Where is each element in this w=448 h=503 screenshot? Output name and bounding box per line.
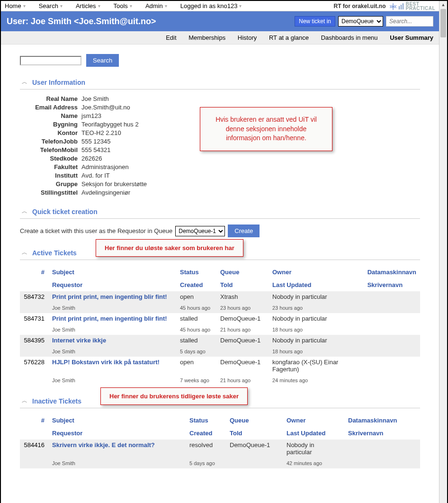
- col-datamaskin[interactable]: Datamaskinnavn: [364, 266, 420, 278]
- info-row: GruppeSeksjon for brukerstøtte: [29, 180, 420, 188]
- ticket-subject-link[interactable]: Print print print, men ingenting blir fi…: [52, 293, 167, 300]
- info-label: Kontor: [29, 129, 81, 136]
- ticket-subject-link[interactable]: Print print print, men ingenting blir fi…: [52, 315, 167, 322]
- inactive-tickets-table: # Subject Status Queue Owner Datamaskinn…: [20, 414, 420, 468]
- create-button[interactable]: Create: [228, 225, 260, 237]
- ticket-id[interactable]: 576228: [20, 357, 48, 375]
- col-updated[interactable]: Last Updated: [269, 278, 364, 291]
- user-search-input[interactable]: [20, 56, 81, 65]
- section-title: User Information: [32, 79, 85, 86]
- info-value: 555 54321: [81, 146, 110, 153]
- table-row-detail: Joe Smith 45 hours ago21 hours ago18 hou…: [20, 324, 420, 335]
- col-queue[interactable]: Queue: [226, 414, 283, 427]
- ticket-subject-link[interactable]: Internet virke ikkje: [52, 337, 106, 344]
- info-value: jsm123: [81, 112, 101, 119]
- subnav-rt-glance[interactable]: RT at a glance: [269, 34, 309, 41]
- col-requestor[interactable]: Requestor: [48, 427, 186, 440]
- ticket-subject-link[interactable]: HJLP! Bokstavn virk ikk på tastaturt!: [52, 359, 160, 366]
- ticket-created: 5 days ago: [180, 349, 206, 354]
- info-value: Avdelingsingeniør: [81, 189, 130, 196]
- table-row[interactable]: 584732Print print print, men ingenting b…: [20, 291, 420, 302]
- collapse-icon[interactable]: ︿: [22, 397, 27, 405]
- ticket-id[interactable]: 584731: [20, 313, 48, 324]
- nav-prev-icon[interactable]: »|«: [390, 2, 396, 10]
- table-row[interactable]: 584731Print print print, men ingenting b…: [20, 313, 420, 324]
- ticket-told: 21 hours ago: [220, 377, 251, 383]
- col-subject[interactable]: Subject: [48, 414, 186, 427]
- subnav-dashboards[interactable]: Dashboards in menu: [321, 34, 378, 41]
- col-requestor[interactable]: Requestor: [48, 278, 176, 291]
- col-queue[interactable]: Queue: [216, 266, 269, 278]
- info-value: Administrasjonen: [81, 163, 129, 171]
- search-button[interactable]: Search: [86, 54, 119, 67]
- quick-queue-select[interactable]: DemoQueue-1: [175, 226, 225, 236]
- col-created[interactable]: Created: [186, 427, 226, 440]
- callout-userinfo: Hvis brukeren er ansatt ved UiT vil denn…: [200, 107, 332, 151]
- vertical-scrollbar[interactable]: ▲ ▼: [439, 1, 447, 503]
- subnav-user-summary[interactable]: User Summary: [390, 34, 433, 41]
- scroll-up-icon[interactable]: ▲: [439, 1, 447, 9]
- section-title: Quick ticket creation: [32, 208, 98, 216]
- page-header: User: Joe Smith <Joe.Smith@uit.no> New t…: [1, 11, 439, 31]
- menu-home[interactable]: Home▾: [5, 2, 26, 9]
- ticket-told: 23 hours ago: [220, 305, 251, 311]
- col-created[interactable]: Created: [176, 278, 216, 291]
- col-told[interactable]: Told: [226, 427, 283, 440]
- table-row[interactable]: 584416Skrivern virke ikkje. E det normal…: [20, 440, 420, 458]
- section-title: Active Tickets: [32, 249, 77, 257]
- ticket-id[interactable]: 584732: [20, 291, 48, 302]
- col-subject[interactable]: Subject: [48, 266, 176, 278]
- table-row[interactable]: 576228HJLP! Bokstavn virk ikk på tastatu…: [20, 357, 420, 375]
- callout-active: Her finner du uløste saker som brukeren …: [96, 239, 243, 257]
- queue-select[interactable]: DemoQueue: [338, 16, 383, 27]
- subnav-edit[interactable]: Edit: [166, 34, 176, 41]
- collapse-icon[interactable]: ︿: [22, 249, 27, 257]
- subnav-memberships[interactable]: Memberships: [188, 34, 225, 41]
- ticket-created: 45 hours ago: [180, 327, 210, 332]
- table-row[interactable]: 584395Internet virke ikkjestalledDemoQue…: [20, 335, 420, 346]
- ticket-told: 21 hours ago: [220, 327, 251, 332]
- col-id[interactable]: #: [20, 414, 48, 427]
- col-skriver[interactable]: Skrivernavn: [344, 427, 420, 440]
- ticket-id[interactable]: 584416: [20, 440, 48, 458]
- section-user-info: ︿ User Information Real NameJoe SmithEma…: [20, 76, 420, 196]
- top-search-input[interactable]: [386, 16, 433, 27]
- col-owner[interactable]: Owner: [283, 414, 344, 427]
- menu-search[interactable]: Search▾: [39, 2, 63, 9]
- ticket-subject-link[interactable]: Skrivern virke ikkje. E det normalt?: [52, 441, 155, 449]
- col-owner[interactable]: Owner: [269, 266, 364, 278]
- new-ticket-button[interactable]: New ticket in: [295, 16, 335, 27]
- info-row: FakultetAdministrasjonen: [29, 163, 420, 171]
- info-label: Email Address: [29, 104, 81, 111]
- ticket-requestor: Joe Smith: [52, 460, 75, 466]
- top-menu: Home▾ Search▾ Articles▾ Tools▾ Admin▾ Lo…: [1, 1, 439, 11]
- col-status[interactable]: Status: [186, 414, 226, 427]
- info-value: Seksjon for brukerstøtte: [81, 180, 147, 188]
- col-told[interactable]: Told: [216, 278, 269, 291]
- collapse-icon[interactable]: ︿: [22, 78, 27, 86]
- ticket-id[interactable]: 584395: [20, 335, 48, 346]
- ticket-owner: Nobody in particular: [269, 313, 364, 324]
- col-updated[interactable]: Last Updated: [283, 427, 344, 440]
- bestpractical-logo: BESTPRACTICAL: [399, 2, 435, 10]
- table-row-detail: Joe Smith 45 hours ago23 hours ago23 hou…: [20, 302, 420, 313]
- chevron-down-icon: ▾: [165, 3, 167, 9]
- col-skriver[interactable]: Skrivernavn: [364, 278, 420, 291]
- collapse-icon[interactable]: ︿: [22, 207, 27, 216]
- menu-logged-in[interactable]: Logged in as kno123▾: [180, 2, 242, 9]
- ticket-updated: 18 hours ago: [272, 349, 303, 354]
- menu-articles[interactable]: Articles▾: [76, 2, 100, 9]
- info-label: Stedkode: [29, 155, 81, 162]
- col-status[interactable]: Status: [176, 266, 216, 278]
- info-value: Teorifagbygget hus 2: [81, 121, 139, 128]
- info-label: Gruppe: [29, 180, 81, 188]
- subnav-history[interactable]: History: [238, 34, 257, 41]
- menu-admin[interactable]: Admin▾: [145, 2, 167, 9]
- menu-tools[interactable]: Tools▾: [114, 2, 132, 9]
- col-id[interactable]: #: [20, 266, 48, 278]
- scrollbar-thumb[interactable]: [440, 9, 446, 37]
- col-datamaskin[interactable]: Datamaskinnavn: [344, 414, 420, 427]
- ticket-created: 7 weeks ago: [180, 377, 209, 383]
- ticket-status: stalled: [176, 313, 216, 324]
- ticket-queue: DemoQueue-1: [216, 313, 269, 324]
